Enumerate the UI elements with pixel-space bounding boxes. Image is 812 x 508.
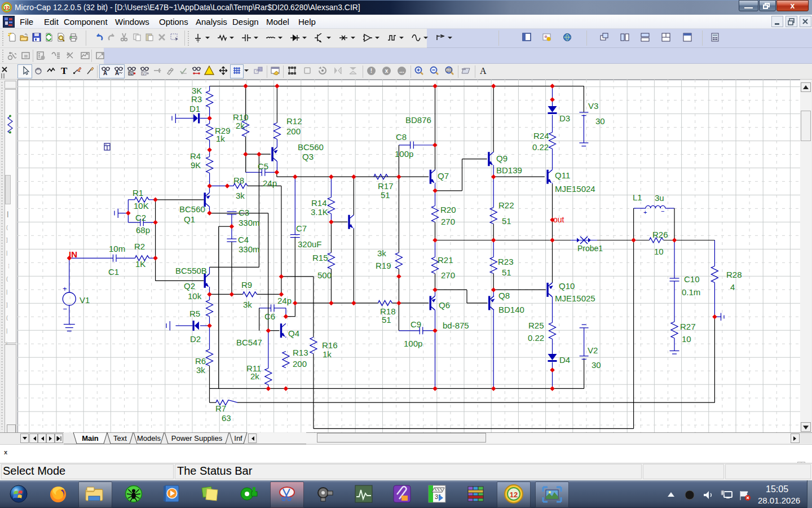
svg-text:270: 270 xyxy=(441,270,455,280)
svg-text:R14: R14 xyxy=(311,198,327,208)
svg-text:0.22: 0.22 xyxy=(528,333,544,343)
svg-text:V2: V2 xyxy=(588,345,598,355)
svg-text:out: out xyxy=(553,215,564,224)
svg-text:200: 200 xyxy=(286,126,301,136)
svg-text:C3: C3 xyxy=(239,208,249,217)
svg-text:BC550B: BC550B xyxy=(175,266,207,275)
svg-text:3.1K: 3.1K xyxy=(311,207,328,217)
svg-text:R3: R3 xyxy=(191,94,202,104)
svg-text:Q10: Q10 xyxy=(559,281,575,291)
svg-text:3k: 3k xyxy=(196,365,205,375)
svg-text:MJE15025: MJE15025 xyxy=(555,294,595,303)
svg-text:R23: R23 xyxy=(498,257,514,266)
svg-text:...: ... xyxy=(399,68,404,74)
svg-text:C6: C6 xyxy=(264,312,275,321)
svg-text:24p: 24p xyxy=(277,296,292,305)
svg-text:Q11: Q11 xyxy=(555,170,570,180)
svg-text:Inf: Inf xyxy=(234,434,242,443)
svg-text:Q3: Q3 xyxy=(302,152,314,161)
svg-text:R16: R16 xyxy=(322,340,338,350)
svg-text:4: 4 xyxy=(730,282,735,292)
svg-text:10m: 10m xyxy=(109,244,125,253)
svg-text:63: 63 xyxy=(222,413,231,423)
svg-text:Probe1: Probe1 xyxy=(577,244,603,253)
svg-text:R15: R15 xyxy=(312,253,328,262)
svg-text:A: A xyxy=(480,66,487,75)
svg-text:Text: Text xyxy=(113,434,127,443)
svg-text:30: 30 xyxy=(595,116,605,126)
svg-text:Q6: Q6 xyxy=(439,300,450,310)
svg-text:N: N xyxy=(129,72,132,76)
svg-text:A: A xyxy=(103,70,107,76)
svg-text:320uF: 320uF xyxy=(298,239,322,249)
svg-text:C9: C9 xyxy=(411,319,421,329)
svg-text:C2: C2 xyxy=(135,213,146,222)
svg-text:Q8: Q8 xyxy=(498,291,510,300)
svg-text:MJE15024: MJE15024 xyxy=(555,184,595,194)
svg-text:3k: 3k xyxy=(243,300,252,309)
svg-text:D4: D4 xyxy=(559,355,570,365)
svg-text:R8: R8 xyxy=(233,176,244,185)
svg-text:R6: R6 xyxy=(195,356,206,366)
svg-text:270: 270 xyxy=(441,217,455,226)
svg-text:330m: 330m xyxy=(239,244,260,254)
svg-text:D1: D1 xyxy=(189,104,200,113)
svg-text:R5: R5 xyxy=(189,309,200,318)
svg-text:−: − xyxy=(661,208,664,214)
svg-text:!: ! xyxy=(370,68,372,74)
svg-text:+: + xyxy=(63,284,67,293)
svg-text:1k: 1k xyxy=(216,134,225,143)
svg-text:3k: 3k xyxy=(377,248,386,258)
svg-text:C8: C8 xyxy=(396,132,407,142)
svg-text:10k: 10k xyxy=(188,291,202,301)
svg-text:Models: Models xyxy=(137,434,161,443)
svg-text:51: 51 xyxy=(502,216,511,226)
svg-text:Q9: Q9 xyxy=(496,154,508,163)
svg-text:BD876: BD876 xyxy=(405,115,431,125)
svg-text:2k: 2k xyxy=(250,371,259,381)
svg-text:R28: R28 xyxy=(726,270,742,279)
svg-text:R26: R26 xyxy=(652,230,668,239)
svg-text:C5: C5 xyxy=(258,161,268,171)
svg-text:R27: R27 xyxy=(680,322,696,331)
svg-text:R24: R24 xyxy=(533,131,549,141)
svg-text:BC560: BC560 xyxy=(179,204,205,214)
svg-text:2k: 2k xyxy=(236,121,245,130)
svg-text:V: V xyxy=(142,72,145,76)
svg-text:1k: 1k xyxy=(323,349,332,359)
svg-text:0.1m: 0.1m xyxy=(682,287,700,297)
svg-text:R22: R22 xyxy=(498,200,514,210)
svg-text:0.22: 0.22 xyxy=(532,142,549,152)
svg-text:R13: R13 xyxy=(293,348,308,357)
svg-text:D3: D3 xyxy=(559,113,570,123)
svg-text:R9: R9 xyxy=(241,280,252,290)
svg-text:500: 500 xyxy=(317,270,332,280)
svg-text:330m: 330m xyxy=(239,218,260,227)
svg-text:R2: R2 xyxy=(134,242,145,251)
svg-text:10: 10 xyxy=(654,247,664,256)
svg-text:3k: 3k xyxy=(236,191,245,200)
svg-text:−: − xyxy=(63,305,68,313)
svg-text:10: 10 xyxy=(682,334,691,344)
svg-text:C7: C7 xyxy=(296,224,307,233)
svg-text:T: T xyxy=(61,66,68,75)
svg-text:+: + xyxy=(643,209,647,216)
svg-text:IN: IN xyxy=(69,249,77,259)
svg-text:10K: 10K xyxy=(134,201,149,211)
svg-text:12: 12 xyxy=(4,5,10,11)
svg-text:R19: R19 xyxy=(376,261,391,270)
svg-text:51: 51 xyxy=(502,268,511,277)
svg-text:200: 200 xyxy=(293,359,307,369)
svg-text:Q4: Q4 xyxy=(288,329,299,338)
svg-text:3u: 3u xyxy=(655,193,664,203)
svg-text:1K: 1K xyxy=(135,259,145,269)
svg-text:R17: R17 xyxy=(378,181,394,191)
svg-text:Q1: Q1 xyxy=(184,214,195,224)
svg-text:Q7: Q7 xyxy=(438,171,449,181)
svg-text:Q2: Q2 xyxy=(184,281,195,291)
svg-text:BC547: BC547 xyxy=(236,338,262,347)
svg-text:R12: R12 xyxy=(286,116,302,126)
svg-text:51: 51 xyxy=(381,190,390,200)
svg-text:68p: 68p xyxy=(136,225,150,235)
svg-text:Main: Main xyxy=(82,434,99,443)
